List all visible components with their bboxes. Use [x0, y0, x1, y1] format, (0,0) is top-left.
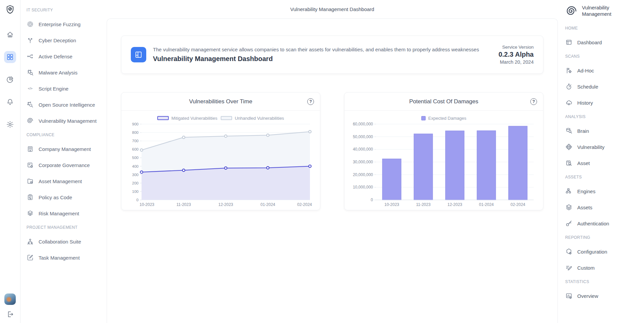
sidebar-item-corporate-governance[interactable]: Corporate Governance [26, 157, 103, 173]
rail-item-apps[interactable] [4, 51, 16, 63]
rail-nav [4, 29, 16, 130]
sidebar-item-malware-analysis[interactable]: Malware Analysis [26, 64, 103, 80]
rightbar-item-label: Configuration [577, 249, 607, 255]
service-info-texts: The vulnerability management service all… [153, 47, 492, 63]
sidebar-section-header-project-management: PROJECT MANAGEMENT [26, 224, 103, 231]
legend-item-expected-damages[interactable]: Expected Damages [421, 116, 466, 121]
charts-row: Vulnerabilities Over Time ? Mitigated Vu… [121, 92, 543, 210]
globe-target-icon [565, 143, 573, 151]
rightbar-item-ad-hoc[interactable]: Ad-Hoc [565, 62, 641, 78]
rightbar-item-dashboard[interactable]: Dashboard [565, 34, 641, 50]
rightbar-item-engines[interactable]: Engines [565, 183, 641, 199]
rightbar-item-assets[interactable]: Assets [565, 199, 641, 215]
dashboard-tile-icon [131, 47, 146, 62]
sidebar-item-asset-management[interactable]: Asset Management [26, 173, 103, 189]
sidebar-item-label: Company Management [39, 146, 91, 152]
svg-text:10-2023: 10-2023 [140, 202, 154, 207]
legend-swatch [221, 116, 232, 120]
fingerprint-icon [565, 5, 578, 17]
sidebar-item-label: Corporate Governance [39, 162, 90, 168]
legend-item-unhandled-vulnerabilities[interactable]: Unhandled Vulnerabilities [221, 116, 284, 121]
rail-item-settings[interactable] [4, 118, 16, 130]
right-sidebar-sections: HOMEDashboardSCANSAd-HocScheduleHistoryA… [565, 25, 641, 304]
sidebar-item-company-management[interactable]: Company Management [26, 141, 103, 157]
home-icon [6, 31, 14, 39]
flow-icon [26, 53, 34, 60]
rightbar-item-authentication[interactable]: Authentication [565, 215, 641, 231]
hex-gear-icon [565, 248, 573, 255]
branch-icon [26, 37, 34, 44]
help-icon[interactable]: ? [307, 98, 314, 105]
rightbar-item-vulnerability[interactable]: Vulnerability [565, 139, 641, 155]
rail-item-notifications[interactable] [4, 96, 16, 108]
sidebar-item-label: Malware Analysis [39, 70, 77, 75]
svg-text:0: 0 [371, 198, 373, 202]
layers-eye-icon [26, 210, 34, 217]
main-column: Vulnerability Management Dashboard The v… [107, 0, 558, 323]
user-avatar[interactable] [4, 293, 16, 305]
legend-item-mitigated-vulnerabilities[interactable]: Mitigated Vulnerabilities [157, 116, 217, 121]
svg-text:300: 300 [132, 173, 139, 177]
rightbar-item-schedule[interactable]: Schedule [565, 78, 641, 95]
sidebar-item-label: Script Engine [39, 86, 68, 92]
legend-label: Mitigated Vulnerabilities [171, 116, 217, 121]
app-logo-shield-icon[interactable] [5, 4, 15, 14]
rightbar-item-history[interactable]: History [565, 95, 641, 111]
sidebar-item-risk-management[interactable]: Risk Management [26, 205, 103, 221]
svg-text:12-2023: 12-2023 [447, 202, 462, 207]
service-version-label: Service Version [498, 45, 534, 50]
bell-icon [6, 98, 14, 106]
rightbar-item-asset[interactable]: Asset [565, 155, 641, 171]
rightbar-item-label: Vulnerability [577, 144, 604, 150]
window-icon [565, 39, 573, 46]
svg-text:01-2024: 01-2024 [260, 202, 275, 207]
svg-text:11-2023: 11-2023 [416, 202, 430, 207]
line-chart-svg: 010020030040050060070080090010-202311-20… [126, 121, 315, 208]
svg-text:600: 600 [132, 147, 139, 151]
rightbar-item-configuration[interactable]: Configuration [565, 244, 641, 260]
logout-icon[interactable] [6, 310, 14, 318]
chart-header: Vulnerabilities Over Time ? [121, 93, 320, 111]
sidebar-item-collaboration-suite[interactable]: Collaboration Suite [26, 233, 103, 250]
sidebar-item-script-engine[interactable]: </>Script Engine [26, 80, 103, 97]
chart-legend: Mitigated VulnerabilitiesUnhandled Vulne… [121, 115, 320, 121]
sidebar-item-open-source-intelligence[interactable]: Open Source Intelligence [26, 97, 103, 113]
rightbar-item-label: Brain [577, 128, 589, 134]
help-icon[interactable]: ? [530, 98, 537, 105]
sidebar-item-task-management[interactable]: Task Management [26, 250, 103, 266]
sidebar-item-cyber-deception[interactable]: Cyber Deception [26, 32, 103, 48]
rightbar-section-header-reporting: REPORTING [565, 234, 641, 241]
target-icon [26, 20, 34, 28]
svg-text:900: 900 [132, 122, 139, 126]
layers-icon [565, 204, 573, 211]
grid-icon [6, 53, 14, 61]
chart-title: Vulnerabilities Over Time [127, 98, 314, 105]
rightbar-item-brain[interactable]: Brain [565, 123, 641, 139]
sidebar-item-policy-as-code[interactable]: Policy as Code [26, 189, 103, 205]
folder-icon [26, 177, 34, 185]
sidebar-item-label: Active Defense [39, 54, 72, 59]
service-title: Vulnerability Management Dashboard [153, 55, 492, 63]
network-search-icon [26, 101, 34, 108]
svg-text:</>: </> [28, 87, 33, 90]
edit-square-icon [26, 254, 34, 261]
rail-item-analytics[interactable] [4, 73, 16, 86]
svg-text:0: 0 [137, 198, 139, 202]
sidebar-item-enterprise-fuzzing[interactable]: Enterprise Fuzzing [26, 16, 103, 32]
svg-text:12-2023: 12-2023 [218, 202, 233, 207]
rightbar-item-custom[interactable]: Custom [565, 260, 641, 276]
left-sidebar: IT SECURITYEnterprise FuzzingCyber Decep… [20, 0, 107, 323]
svg-text:11-2023: 11-2023 [176, 202, 191, 207]
rightbar-section-header-assets: ASSETS [565, 174, 641, 180]
rightbar-item-label: Assets [577, 205, 592, 210]
right-sidebar: Vulnerability Management HOMEDashboardSC… [558, 0, 644, 323]
sidebar-item-vulnerability-management[interactable]: Vulnerability Management [26, 113, 103, 129]
rightbar-item-overview[interactable]: Overview [565, 288, 641, 304]
svg-text:50,000,000: 50,000,000 [353, 134, 373, 139]
sidebar-item-active-defense[interactable]: Active Defense [26, 48, 103, 64]
list-gear-icon [26, 161, 34, 169]
code-icon: </> [26, 85, 34, 92]
rail-item-home[interactable] [4, 29, 16, 41]
rightbar-item-label: Schedule [577, 84, 598, 90]
legend-swatch [421, 116, 426, 120]
